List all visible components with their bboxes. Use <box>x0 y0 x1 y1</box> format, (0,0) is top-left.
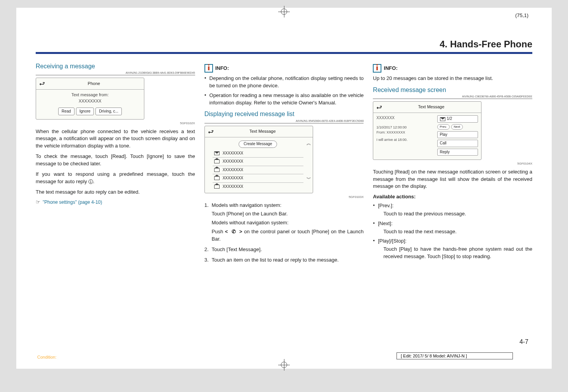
scroll-down-icon: ︾ <box>307 176 311 182</box>
envelope-open-icon <box>214 168 220 172</box>
scroll-up-icon: ︽ <box>307 140 311 147</box>
list-row: XXXXXXXX <box>213 174 303 183</box>
step-1: 1. Models with navigation system: Touch … <box>204 202 364 243</box>
ss-sender: XXXXXXX <box>376 115 434 121</box>
action-play-stop: [Play]/[Stop]: Touch [Play] to have the … <box>373 238 532 260</box>
ss-play-btn: Play <box>437 131 478 139</box>
ss-line2: XXXXXXXX <box>41 98 139 104</box>
column-3: INFO: Up to 20 messages can be stored in… <box>373 62 532 267</box>
info-label: INFO: <box>384 65 397 72</box>
cross-ref-link: ☞ "Phone settings" (page 4-10) <box>36 199 195 206</box>
image-ref-2: 5GF0103X <box>204 195 364 199</box>
ss-driving-btn: Driving, c... <box>95 108 122 116</box>
section-heading-received: Received message screen <box>373 85 446 94</box>
list-row: XXXXXXXX <box>213 158 303 166</box>
image-ref-1: 5GF0102X <box>36 121 195 126</box>
section-heading-list: Displaying received message list <box>204 109 294 118</box>
action-prev: [Prev.]: Touch to read the previous mess… <box>373 202 532 218</box>
action-next: [Next]: Touch to read the next message. <box>373 220 532 236</box>
ss-create-btn: Create Message <box>239 140 277 148</box>
ss-reply-btn: Reply <box>437 149 478 156</box>
para-1: When the cellular phone connected to the… <box>36 128 195 150</box>
list-row: XXXXXXXX <box>213 183 303 191</box>
list-row: XXXXXXXX <box>213 149 303 158</box>
guid-2: AIVINJN1-95452804-687D-42E4-A40B-91BFF2E… <box>204 119 364 123</box>
back-icon: ⮐ <box>208 128 213 135</box>
crop-mark-top <box>276 4 292 19</box>
ss-title: Text Message <box>216 128 310 135</box>
link-text: "Phone settings" (page 4-10) <box>43 199 102 206</box>
info-icon <box>373 64 381 73</box>
scroll-arrows: ︽ ︾ <box>307 140 311 183</box>
ss-title: Phone <box>47 81 141 87</box>
list-row: XXXXXXXX <box>213 166 303 175</box>
back-icon: ⮐ <box>39 80 45 87</box>
content-columns: Receiving a message AIVINJN1-21DB93A3-3B… <box>36 62 532 267</box>
screenshot-list: ⮐ Text Message Create Message XXXXXXXX X… <box>204 126 313 193</box>
ss-title: Text Message <box>384 104 478 110</box>
column-1: Receiving a message AIVINJN1-21DB93A3-3B… <box>36 62 195 267</box>
ss-counter: 1/2 <box>437 115 478 123</box>
footer-condition: Condition: <box>37 355 57 359</box>
manual-page: (75,1) 4. Hands-Free Phone Receiving a m… <box>16 8 552 369</box>
image-ref-3: 5GF0104X <box>373 161 532 166</box>
back-icon: ⮐ <box>376 103 382 111</box>
crop-mark-bottom <box>276 357 292 373</box>
section-heading-receiving: Receiving a message <box>36 62 95 71</box>
page-number: 4-7 <box>520 338 528 345</box>
ss-prev-btn: Prev. <box>437 124 450 130</box>
para-4: The text message for auto reply can be e… <box>36 189 195 196</box>
info-bullet-2: Operation for reading a new message is a… <box>204 92 364 107</box>
screenshot-detail: ⮐ Text Message XXXXXXX 1/10/2017 12:00:0… <box>373 101 481 160</box>
pointer-icon: ☞ <box>36 199 40 206</box>
envelope-icon <box>440 117 445 121</box>
ss-read-btn: Read <box>58 108 74 116</box>
ss-line1: Text message from: <box>41 92 139 98</box>
ss-header: ⮐ Phone <box>36 78 144 89</box>
para-3a: If you want to respond using a predefine… <box>36 171 195 184</box>
guid-3: AIVINJN1-C9EDB766-A890-45FB-A50B-C65A60F… <box>373 95 532 99</box>
para-c3-1: Up to 20 messages can be stored in the m… <box>373 75 532 82</box>
chapter-title: 4. Hands-Free Phone <box>36 39 532 50</box>
info-bullet-1: Depending on the cellular phone, notific… <box>204 75 364 90</box>
ss-ignore-btn: Ignore <box>76 108 94 116</box>
ss-next-btn: Next <box>451 124 463 130</box>
ss-call-btn: Call <box>437 140 478 147</box>
step-2: 2.Touch [Text Message]. <box>204 246 364 253</box>
envelope-closed-icon <box>214 151 220 155</box>
guid-1: AIVINJN1-21DB93A3-3BB9-4A41-BD63-D9FB66E… <box>36 71 195 75</box>
available-actions-heading: Available actions: <box>373 193 532 201</box>
info-label: INFO: <box>215 65 229 72</box>
footer-edit-info: [ Edit: 2017/ 5/ 8 Model: AIVINJ-N ] <box>397 352 513 359</box>
info-box-1: INFO: <box>204 64 364 73</box>
page-coord: (75,1) <box>515 12 528 18</box>
para-c3-2: Touching [Read] on the new message notif… <box>373 168 532 191</box>
screenshot-notification: ⮐ Phone Text message from: XXXXXXXX Read… <box>36 78 144 120</box>
ss-body-text: I will arrive at 18:00. <box>376 137 434 142</box>
para-3: If you want to respond using a predefine… <box>36 171 195 186</box>
info-icon <box>204 64 213 73</box>
step-3: 3.Touch an item on the list to read or r… <box>204 257 364 264</box>
info-box-2: INFO: <box>373 64 532 73</box>
circled-1-icon: 1 <box>88 179 93 184</box>
ss-from: From: XXXXXXXX <box>376 130 434 135</box>
envelope-open-icon <box>214 185 220 189</box>
column-2: INFO: Depending on the cellular phone, n… <box>204 62 364 267</box>
envelope-open-icon <box>214 176 220 180</box>
phone-icon: ✆ <box>232 229 236 234</box>
chapter-rule <box>36 52 532 54</box>
para-3b: . <box>93 179 95 184</box>
para-2: To check the message, touch [Read]. Touc… <box>36 153 195 168</box>
ss-timestamp: 1/10/2017 12:00:00 <box>376 125 434 130</box>
envelope-open-icon <box>214 160 220 163</box>
